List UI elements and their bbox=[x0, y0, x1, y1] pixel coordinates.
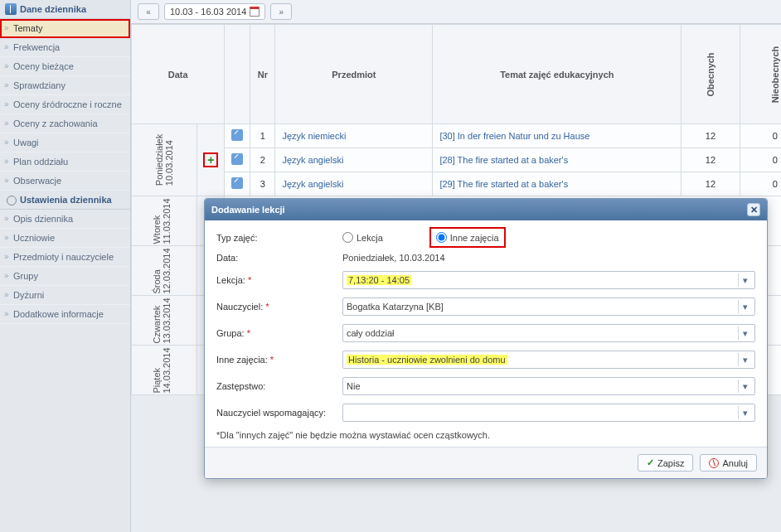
save-label: Zapisz bbox=[657, 458, 684, 468]
dialog-title: Dodawanie lekcji bbox=[211, 205, 285, 215]
slot-label: Lekcja: * bbox=[216, 275, 332, 285]
check-icon: ✓ bbox=[647, 457, 654, 468]
assist-field[interactable]: ▾ bbox=[342, 404, 755, 422]
chevron-down-icon[interactable]: ▾ bbox=[738, 300, 751, 313]
dialog-footer: ✓ Zapisz ∖ Anuluj bbox=[205, 447, 767, 478]
radio-lekcja[interactable]: Lekcja bbox=[342, 232, 383, 243]
save-button[interactable]: ✓ Zapisz bbox=[638, 454, 693, 472]
row-sub: Zastępstwo: Nie ▾ bbox=[216, 377, 755, 395]
other-label: Inne zajęcia: * bbox=[216, 355, 332, 365]
cancel-icon: ∖ bbox=[709, 458, 719, 468]
sub-label: Zastępstwo: bbox=[216, 381, 332, 391]
teacher-field[interactable]: Bogatka Katarzyna [KB] ▾ bbox=[342, 297, 755, 316]
row-teacher: Nauczyciel: * Bogatka Katarzyna [KB] ▾ bbox=[216, 297, 755, 316]
chevron-down-icon[interactable]: ▾ bbox=[738, 326, 751, 340]
radio-inne[interactable]: Inne zajęcia bbox=[433, 230, 502, 244]
sub-value: Nie bbox=[347, 381, 361, 391]
dialog-note: *Dla "innych zajęć" nie będzie można wys… bbox=[216, 430, 755, 440]
group-field[interactable]: cały oddział ▾ bbox=[342, 324, 755, 342]
chevron-down-icon[interactable]: ▾ bbox=[738, 353, 751, 366]
teacher-value: Bogatka Katarzyna [KB] bbox=[347, 302, 444, 312]
group-value: cały oddział bbox=[347, 328, 394, 338]
other-field[interactable]: Historia - uczniowie zwolnieni do domu ▾ bbox=[342, 351, 755, 369]
row-other: Inne zajęcia: * Historia - uczniowie zwo… bbox=[216, 351, 755, 369]
row-assist: Nauczyciel wspomagający: ▾ bbox=[216, 404, 755, 422]
slot-field[interactable]: 7,13:20 - 14:05 ▾ bbox=[342, 271, 755, 289]
chevron-down-icon[interactable]: ▾ bbox=[738, 406, 751, 419]
date-label: Data: bbox=[216, 253, 332, 263]
add-lesson-dialog: Dodawanie lekcji ✕ Typ zajęć: Lekcja Inn… bbox=[204, 198, 768, 479]
chevron-down-icon[interactable]: ▾ bbox=[738, 380, 751, 393]
cancel-label: Anuluj bbox=[722, 458, 748, 468]
radio-inne-label: Inne zajęcia bbox=[450, 233, 499, 243]
row-type: Typ zajęć: Lekcja Inne zajęcia bbox=[216, 230, 755, 244]
other-value: Historia - uczniowie zwolnieni do domu bbox=[347, 355, 507, 365]
row-slot: Lekcja: * 7,13:20 - 14:05 ▾ bbox=[216, 271, 755, 289]
dialog-title-bar: Dodawanie lekcji ✕ bbox=[205, 199, 767, 220]
dialog-body: Typ zajęć: Lekcja Inne zajęcia Data: Pon… bbox=[205, 220, 767, 447]
chevron-down-icon[interactable]: ▾ bbox=[738, 273, 751, 287]
date-value: Poniedziałek, 10.03.2014 bbox=[342, 253, 445, 263]
row-group: Grupa: * cały oddział ▾ bbox=[216, 324, 755, 342]
sub-field[interactable]: Nie ▾ bbox=[342, 377, 755, 395]
cancel-button[interactable]: ∖ Anuluj bbox=[700, 454, 757, 472]
slot-value: 7,13:20 - 14:05 bbox=[347, 275, 411, 285]
radio-lekcja-label: Lekcja bbox=[357, 233, 383, 243]
type-label: Typ zajęć: bbox=[216, 233, 332, 243]
teacher-label: Nauczyciel: * bbox=[216, 302, 332, 312]
type-radios: Lekcja Inne zajęcia bbox=[342, 230, 502, 244]
group-label: Grupa: * bbox=[216, 328, 332, 338]
radio-lekcja-input[interactable] bbox=[342, 232, 353, 243]
dialog-overlay: Dodawanie lekcji ✕ Typ zajęć: Lekcja Inn… bbox=[0, 0, 781, 532]
assist-label: Nauczyciel wspomagający: bbox=[216, 408, 332, 418]
close-icon[interactable]: ✕ bbox=[747, 203, 760, 216]
radio-inne-input[interactable] bbox=[436, 232, 447, 243]
row-date: Data: Poniedziałek, 10.03.2014 bbox=[216, 253, 755, 263]
